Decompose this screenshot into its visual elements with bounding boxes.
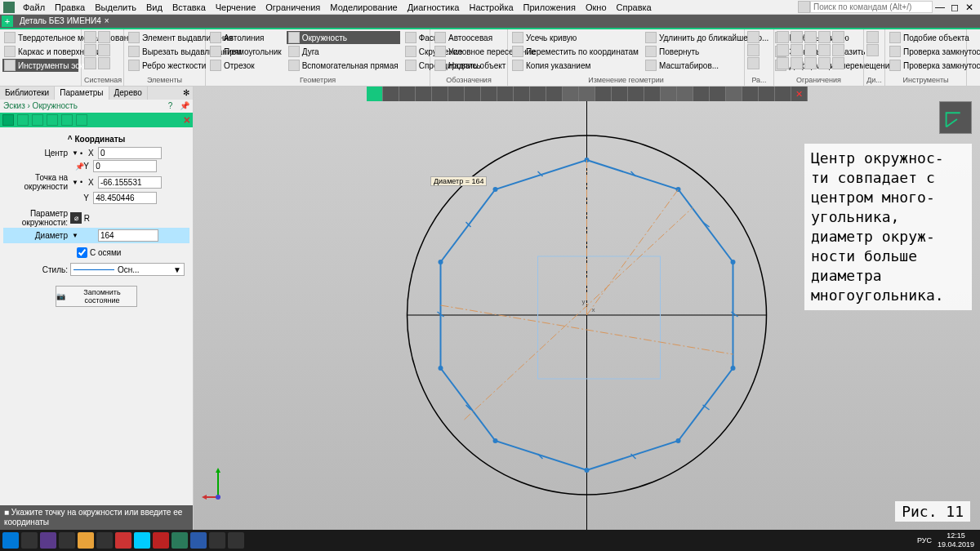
close-button[interactable]: ✕ <box>962 2 977 13</box>
constraint-icon[interactable] <box>818 44 831 56</box>
canvas-tool-icon[interactable] <box>514 87 530 101</box>
tool-icon[interactable] <box>866 31 879 43</box>
ribbon-item[interactable]: Проверка замкнутос... <box>888 45 964 58</box>
tray-icon[interactable] <box>806 535 817 546</box>
canvas-tool-icon[interactable] <box>579 87 595 101</box>
constraint-icon[interactable] <box>777 31 789 43</box>
menu-item[interactable]: Вставка <box>167 2 211 12</box>
ribbon-item-circle[interactable]: Окружность <box>287 31 400 44</box>
canvas-tool-icon[interactable] <box>367 87 383 101</box>
maximize-button[interactable]: ◻ <box>947 2 962 13</box>
tray-icon[interactable] <box>542 535 554 546</box>
tray-icon[interactable] <box>875 535 887 546</box>
canvas-tool-icon[interactable] <box>644 87 661 101</box>
taskbar-app-icon[interactable] <box>59 532 75 549</box>
tool-icon[interactable] <box>866 44 879 56</box>
taskbar-app-icon[interactable] <box>172 532 188 549</box>
tool-icon[interactable] <box>747 31 760 43</box>
constraint-icon[interactable] <box>832 57 844 69</box>
canvas-tool-icon[interactable] <box>416 87 432 101</box>
taskbar-app-icon[interactable] <box>40 532 56 549</box>
ribbon-item-rectangle[interactable]: Прямоугольник <box>208 45 283 58</box>
menu-item[interactable]: Окно <box>581 2 612 12</box>
point-x-input[interactable] <box>98 176 162 189</box>
menu-item[interactable]: Выделить <box>90 2 141 12</box>
remember-state-button[interactable]: 📷 Запомнить состояние <box>56 286 137 307</box>
canvas-tool-icon[interactable] <box>497 87 514 101</box>
pin-icon[interactable]: 📌 <box>180 100 189 113</box>
canvas-tool-icon[interactable] <box>465 87 481 101</box>
ribbon-item-sketch-tools[interactable]: Инструменты эскиза <box>2 59 78 72</box>
lock-icon[interactable]: 📌 <box>75 162 83 171</box>
center-y-input[interactable] <box>93 160 157 172</box>
ribbon-item-segment[interactable]: Отрезок <box>208 59 283 72</box>
canvas-tool-icon[interactable] <box>759 87 775 101</box>
canvas-tool-icon[interactable] <box>612 87 628 101</box>
taskbar-clock[interactable]: 12:1519.04.2019 <box>934 531 978 549</box>
taskbar-app-icon[interactable] <box>78 532 94 549</box>
taskbar-app-icon[interactable] <box>209 532 225 549</box>
layout-icon[interactable] <box>798 1 810 13</box>
tray-icon[interactable] <box>778 535 790 546</box>
tray-icon[interactable] <box>751 535 762 546</box>
menu-item[interactable]: Справка <box>612 2 657 12</box>
tool-icon[interactable] <box>84 31 96 43</box>
tray-icon[interactable] <box>681 535 693 546</box>
menu-item[interactable]: Приложения <box>519 2 581 12</box>
new-tab-button[interactable]: + <box>2 16 13 27</box>
tray-icon[interactable] <box>820 535 831 546</box>
ribbon-item[interactable]: Копия указанием <box>510 59 640 72</box>
canvas-tool-icon[interactable] <box>726 87 742 101</box>
tool-icon[interactable] <box>84 44 96 56</box>
constraint-icon[interactable] <box>777 57 789 69</box>
tray-icon[interactable] <box>903 535 915 546</box>
constraint-icon[interactable] <box>777 44 789 56</box>
constraint-icon[interactable] <box>818 57 831 69</box>
menu-item[interactable]: Моделирование <box>325 2 402 12</box>
canvas-tool-icon[interactable] <box>383 87 399 101</box>
ribbon-item[interactable]: Подобие объекта <box>888 31 964 44</box>
diameter-input[interactable] <box>98 229 158 242</box>
keyboard-lang[interactable]: РУС <box>917 536 932 544</box>
document-tab[interactable]: Деталь БЕЗ ИМЕНИ4 × <box>13 15 116 28</box>
canvas-tool-icon[interactable] <box>399 87 416 101</box>
ribbon-item[interactable]: Переместить по координатам <box>510 45 640 58</box>
menu-item[interactable]: Вид <box>141 2 167 12</box>
constraint-icon[interactable] <box>818 31 831 43</box>
tray-icon[interactable] <box>626 535 637 546</box>
tray-icon[interactable] <box>639 535 651 546</box>
tray-icon[interactable] <box>695 535 706 546</box>
tray-icon[interactable] <box>556 535 568 546</box>
ribbon-item[interactable]: Надпись <box>433 59 505 72</box>
canvas-tool-icon[interactable] <box>481 87 497 101</box>
ribbon-item[interactable]: Каркас и поверхности <box>2 45 78 58</box>
tool-icon[interactable] <box>98 31 110 43</box>
taskbar-app-icon[interactable] <box>228 532 244 549</box>
tray-icon[interactable] <box>834 535 845 546</box>
constraint-icon[interactable] <box>791 44 803 56</box>
ribbon-item[interactable]: Усечь кривую <box>510 31 640 44</box>
side-tab-parameters[interactable]: Параметры <box>55 87 109 100</box>
circle-mode-icon[interactable] <box>32 114 43 126</box>
tool-icon[interactable] <box>747 44 760 56</box>
circle-mode-icon[interactable] <box>47 114 58 126</box>
tool-icon[interactable] <box>84 57 96 69</box>
tray-icon[interactable] <box>848 535 859 546</box>
taskbar-app-icon[interactable] <box>21 532 38 549</box>
ribbon-item-auxline[interactable]: Вспомогательная прямая <box>287 59 400 72</box>
taskbar-app-icon[interactable] <box>190 532 207 549</box>
canvas-tool-icon[interactable] <box>693 87 710 101</box>
ribbon-item[interactable]: Вырезать выдавливанием <box>127 45 203 58</box>
taskbar-app-icon[interactable] <box>134 532 150 549</box>
tray-icon[interactable] <box>737 535 748 546</box>
ribbon-item[interactable]: Твердотельное моделирование <box>2 31 78 44</box>
tray-icon[interactable] <box>889 535 901 546</box>
command-search-input[interactable] <box>810 1 933 13</box>
ribbon-item[interactable]: Ребро жесткости <box>127 59 203 72</box>
constraint-icon[interactable] <box>791 57 803 69</box>
tray-icon[interactable] <box>570 535 581 546</box>
tray-icon[interactable] <box>667 535 679 546</box>
view-orientation-icon[interactable] <box>939 101 972 134</box>
canvas-tool-icon[interactable] <box>628 87 644 101</box>
canvas-tool-icon[interactable] <box>677 87 693 101</box>
